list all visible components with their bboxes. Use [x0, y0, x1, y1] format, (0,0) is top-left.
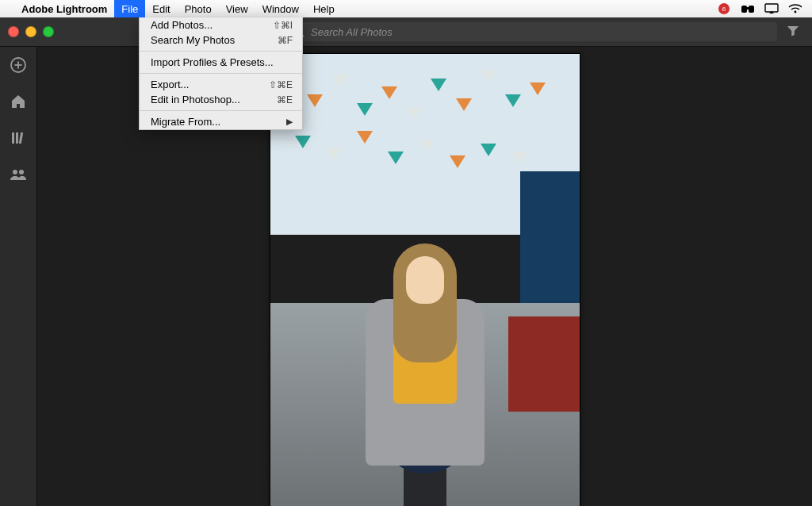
menu-edit[interactable]: Edit	[145, 0, 177, 17]
search-bar[interactable]	[285, 22, 777, 41]
menu-edit-in-photoshop[interactable]: Edit in Photoshop... ⌘E	[140, 92, 302, 107]
window-controls	[8, 26, 54, 37]
add-icon	[10, 56, 27, 74]
library-icon	[10, 131, 26, 145]
menu-photo[interactable]: Photo	[178, 0, 219, 17]
svg-point-6	[795, 11, 797, 13]
menu-item-label: Add Photos...	[151, 19, 213, 31]
window-close-button[interactable]	[8, 26, 19, 37]
menu-separator	[140, 73, 302, 74]
svg-point-15	[13, 170, 17, 174]
svg-rect-5	[765, 4, 778, 12]
left-sidebar	[0, 47, 37, 506]
menu-import-profiles[interactable]: Import Profiles & Presets...	[140, 55, 302, 70]
people-button[interactable]	[10, 166, 27, 183]
home-icon	[10, 94, 26, 109]
window-minimize-button[interactable]	[25, 26, 36, 37]
menu-file[interactable]: File	[114, 0, 145, 17]
home-button[interactable]	[10, 93, 27, 110]
menu-item-shortcut: ⇧⌘I	[273, 20, 293, 31]
menu-window[interactable]: Window	[255, 0, 306, 17]
mac-menubar: Adobe Lightroom File Edit Photo View Win…	[0, 0, 812, 18]
svg-rect-4	[745, 7, 750, 10]
svg-rect-14	[19, 132, 23, 144]
add-photo-button[interactable]	[10, 56, 27, 74]
search-input[interactable]	[309, 25, 769, 39]
svg-rect-13	[16, 132, 18, 144]
menu-separator	[140, 110, 302, 111]
menu-help[interactable]: Help	[306, 0, 342, 17]
photo-preview[interactable]	[270, 53, 580, 506]
menu-separator	[140, 51, 302, 52]
file-dropdown: Add Photos... ⇧⌘I Search My Photos ⌘F Im…	[139, 17, 303, 130]
mac-status-area: 6	[717, 2, 807, 15]
menu-add-photos[interactable]: Add Photos... ⇧⌘I	[140, 17, 302, 33]
filter-button[interactable]	[782, 25, 804, 39]
binoculars-icon[interactable]	[741, 3, 755, 14]
svg-text:6: 6	[722, 6, 726, 13]
menu-migrate-from[interactable]: Migrate From... ▶	[140, 114, 302, 129]
workspace	[0, 47, 812, 506]
app-toolbar	[0, 17, 812, 47]
menu-item-label: Import Profiles & Presets...	[151, 56, 274, 68]
menu-item-label: Export...	[151, 79, 189, 90]
menu-export[interactable]: Export... ⇧⌘E	[140, 77, 302, 92]
menu-item-shortcut: ⌘F	[278, 35, 293, 46]
wifi-icon[interactable]	[788, 3, 802, 14]
svg-rect-12	[12, 132, 14, 144]
notification-red-icon[interactable]: 6	[717, 2, 731, 15]
library-button[interactable]	[10, 129, 27, 147]
menu-item-label: Edit in Photoshop...	[151, 94, 240, 105]
menu-view[interactable]: View	[219, 0, 255, 17]
airplay-icon[interactable]	[764, 3, 779, 14]
lightroom-window	[0, 17, 812, 506]
window-zoom-button[interactable]	[43, 26, 54, 37]
menu-search-my-photos[interactable]: Search My Photos ⌘F	[140, 33, 302, 48]
photo-subject	[362, 243, 488, 505]
menu-item-label: Migrate From...	[151, 116, 220, 128]
menu-item-label: Search My Photos	[151, 34, 235, 46]
photo-storefront	[508, 316, 580, 412]
menu-item-shortcut: ⇧⌘E	[269, 79, 293, 90]
submenu-arrow-icon: ▶	[286, 117, 293, 127]
menu-item-shortcut: ⌘E	[277, 94, 293, 105]
people-icon	[10, 168, 27, 181]
funnel-icon	[787, 25, 799, 36]
svg-point-16	[19, 170, 24, 174]
app-menu[interactable]: Adobe Lightroom	[14, 0, 114, 17]
